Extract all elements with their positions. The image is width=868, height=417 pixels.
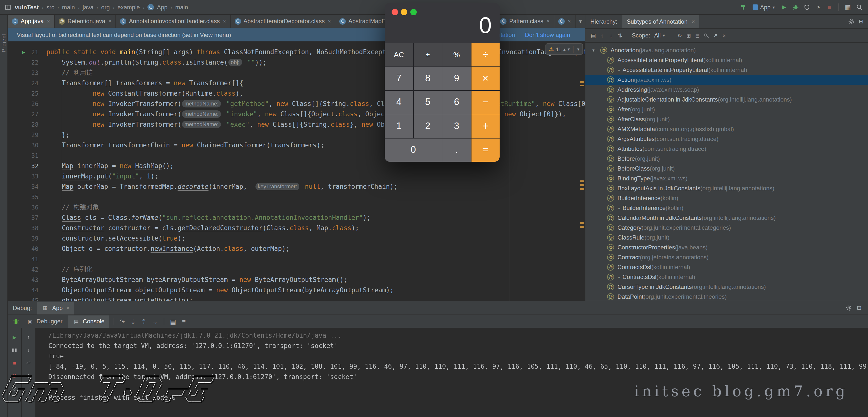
breadcrumb-item[interactable]: org [101,4,110,10]
subtypes-icon[interactable]: ↓ [607,32,615,39]
hierarchy-row[interactable]: @BeforeClass (org.junit) [585,164,868,173]
code-line[interactable]: innerMap.put("input", 1); [46,171,585,182]
hierarchy-row[interactable]: @∘BuilderInference (kotlin) [585,203,868,213]
code-line[interactable] [46,150,585,161]
calc-button-digit-5[interactable]: 5 [413,91,442,114]
calc-button-plus[interactable]: + [471,114,500,138]
close-icon[interactable]: × [720,32,728,39]
calc-button-digit-2[interactable]: 2 [413,114,442,138]
minimize-window-icon[interactable] [401,9,407,15]
soft-wrap-icon[interactable]: ↩ [24,358,33,367]
calc-button-equals[interactable]: = [471,138,500,162]
code-line[interactable]: Constructor constructor = cls.getDeclare… [46,223,585,233]
hierarchy-row[interactable]: @AdjustableOrientation in JdkConstants (… [585,95,868,104]
layout-settings-icon[interactable]: ▤ [168,316,178,326]
code-line[interactable] [46,192,585,202]
next-warning-icon[interactable]: ▾ [568,46,570,52]
step-into-icon[interactable]: ⇣ [128,316,138,326]
tab-close-icon[interactable]: × [568,18,571,25]
pause-button[interactable]: ▮▮ [10,346,19,354]
hierarchy-row[interactable]: @After (org.junit) [585,104,868,114]
code-line[interactable]: new InvokerTransformer(methodName: "exec… [46,119,585,130]
hierarchy-row[interactable]: @ConstructorProperties (java.beans) [585,243,868,252]
calc-button-percent[interactable]: % [442,43,471,66]
code-line[interactable]: Map innerMap = new HashMap(); [46,161,585,171]
services-grid-icon[interactable]: ▦ [843,2,853,12]
hide-panel-icon[interactable]: ⊟ [855,304,863,312]
inspections-menu-chevron-icon[interactable]: ▾ [577,46,579,52]
stop-button[interactable]: ■ [825,2,834,12]
code-line[interactable]: new InvokerTransformer(methodName: "getM… [46,99,585,109]
calc-button-ac[interactable]: AC [385,43,413,66]
supertypes-icon[interactable]: ↑ [598,32,606,39]
hierarchy-row[interactable]: @Addressing (javax.xml.ws.soap) [585,85,868,95]
tab-close-icon[interactable]: × [691,18,695,25]
calc-button-plus-minus[interactable]: ± [413,43,442,66]
hierarchy-row[interactable]: @CursorType in JdkConstants (org.intelli… [585,282,868,292]
scope-selector[interactable]: All ▾ [654,32,665,39]
editor-tab[interactable]: C× [554,15,576,28]
stack-down-icon[interactable]: ↓ [24,346,33,354]
sort-alphabetically-icon[interactable]: ⇅ [616,32,624,39]
hierarchy-row[interactable]: @AfterClass (org.junit) [585,114,868,124]
code-line[interactable]: objectOutputStream.writeObject(o); [46,295,585,301]
breadcrumb-item[interactable]: java [83,4,93,10]
pin-icon[interactable] [702,32,710,39]
inspections-widget[interactable]: ⚠ 11 ▴ ▾ │ ▾ [546,43,583,55]
tab-close-icon[interactable]: × [66,304,69,311]
hierarchy-row[interactable]: @ClassRule (org.junit) [585,233,868,243]
hierarchy-row[interactable]: ▾@Annotation (java.lang.annotation) [585,45,868,55]
calc-button-digit-9[interactable]: 9 [442,67,471,90]
code-line[interactable]: }; [46,130,585,140]
calc-button-digit-6[interactable]: 6 [442,91,471,114]
stack-up-icon[interactable]: ↑ [24,333,33,342]
calc-button-digit-3[interactable]: 3 [442,114,471,138]
code-line[interactable]: ByteArrayOutputStream byteArrayOutputStr… [46,275,585,285]
hierarchy-row[interactable]: @ContractsDsl (kotlin.internal) [585,262,868,272]
breadcrumb-item[interactable]: src [46,4,54,10]
run-line-icon[interactable]: ▶ [22,50,25,55]
hierarchy-row[interactable]: @CalendarMonth in JdkConstants (org.inte… [585,213,868,223]
close-window-icon[interactable] [392,9,398,15]
hierarchy-row[interactable]: @∘AccessibleLateinitPropertyLiteral (kot… [585,65,868,75]
tool-window-icon[interactable] [4,3,12,11]
code-line[interactable]: public static void main(String[] args) t… [46,47,585,57]
calc-button-digit-1[interactable]: 1 [385,114,413,138]
profiler-button[interactable]: ◔ [813,2,823,12]
run-config-selector[interactable]: App ▾ [750,3,778,11]
stop-button[interactable]: ■ [10,358,19,367]
editor-tab[interactable]: CAbstractIteratorDecorator.class× [230,15,336,28]
hierarchy-row[interactable]: @Attributes (com.sun.tracing.dtrace) [585,144,868,154]
gear-icon[interactable] [845,304,853,312]
hierarchy-row[interactable]: @Category (org.junit.experimental.catego… [585,223,868,233]
tab-close-icon[interactable]: × [108,18,112,25]
breadcrumb-item[interactable]: main [62,4,75,10]
banner-dismiss-link[interactable]: Don't show again [525,31,570,38]
code-line[interactable]: ObjectOutputStream objectOutputStream = … [46,285,585,295]
breadcrumb-item[interactable]: main [175,4,188,10]
calc-button-digit-7[interactable]: 7 [385,67,413,90]
gear-icon[interactable] [847,18,855,25]
code-line[interactable]: Object o = constructor.newInstance(Actio… [46,244,585,254]
hierarchy-row[interactable]: @AccessibleLateinitPropertyLiteral (kotl… [585,55,868,65]
debug-button[interactable] [790,2,800,12]
calc-button-multiply[interactable]: × [471,67,500,90]
calculator-window[interactable]: 0 AC±%÷789×456−123+0.= [385,3,500,162]
tab-console[interactable]: ▤ Console [68,315,109,327]
breadcrumb-item[interactable]: example [117,4,140,10]
tab-debugger[interactable]: ▣ Debugger [22,315,67,327]
breadcrumb-item[interactable]: vulnTest [15,4,39,10]
tab-close-icon[interactable]: × [223,18,226,25]
debug-session-tab[interactable]: ▦ App × [37,301,74,314]
code-line[interactable]: // 利用链 [46,67,585,78]
code-line[interactable]: constructor.setAccessible(true); [46,233,585,244]
project-tool-window-button[interactable]: Project [1,34,6,52]
type-hierarchy-icon[interactable]: ▤ [589,32,597,39]
hierarchy-row[interactable]: @Before (org.junit) [585,154,868,164]
editor-tab[interactable]: CPattern.class× [496,15,554,28]
tab-close-icon[interactable]: × [46,18,50,25]
code-line[interactable]: Transformer[] transformers = new Transfo… [46,78,585,88]
code-line[interactable]: // 序列化 [46,264,585,275]
expand-chevron-icon[interactable]: ▾ [592,48,600,53]
hierarchy-row[interactable]: @ArgsAttributes (com.sun.tracing.dtrace) [585,134,868,144]
